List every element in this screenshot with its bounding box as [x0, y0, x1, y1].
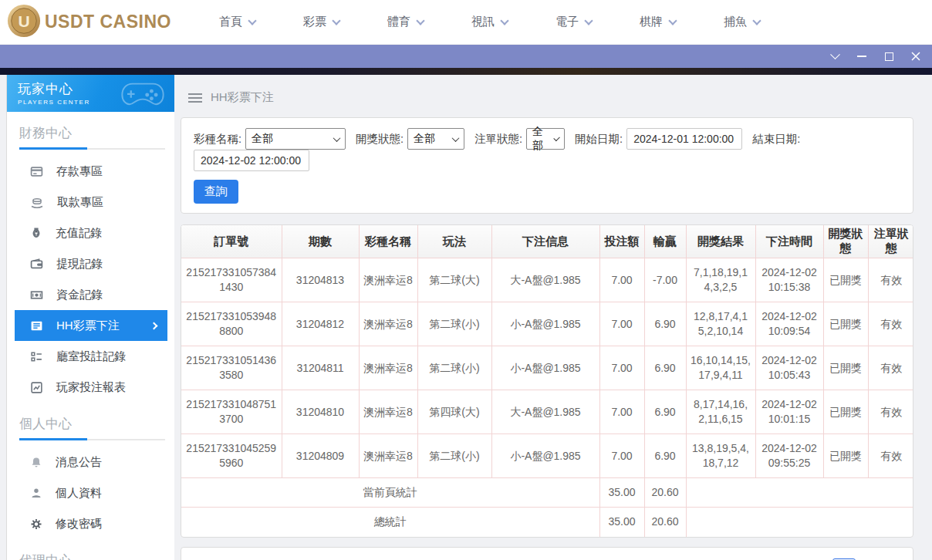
table-row: 2152173310573841430 31204813 澳洲幸运8 第二球(大…	[181, 258, 913, 302]
nav-item-cards[interactable]: 棋牌	[640, 15, 676, 29]
table-header-row: 訂單號 期數 彩種名稱 玩法 下注信息 投注額 輸贏 開獎結果 下注時間 開獎狀…	[181, 225, 913, 258]
chevron-right-icon	[150, 322, 158, 329]
col-order-status: 注單狀態	[868, 225, 913, 258]
total-summary-label: 總統計	[181, 508, 599, 537]
section-personal-center: 個人中心	[7, 403, 174, 433]
bell-icon	[30, 456, 42, 469]
nav-item-sports[interactable]: 體育	[387, 15, 424, 29]
col-win-loss: 輸贏	[644, 225, 686, 258]
list-check-icon	[30, 350, 43, 363]
sidebar-item-withdrawal-record[interactable]: 提現記錄	[7, 248, 174, 279]
start-date-input[interactable]	[626, 128, 742, 150]
table-row: 2152173310452595960 31204809 澳洲幸运8 第二球(小…	[181, 434, 913, 478]
svg-text:U: U	[18, 12, 29, 29]
section-divider	[19, 148, 165, 150]
col-order-id: 訂單號	[181, 225, 282, 258]
page-summary-label: 當前頁統計	[181, 478, 599, 508]
minimize-icon	[857, 56, 866, 57]
chevron-down-icon	[830, 49, 840, 59]
sidebar-item-announcements[interactable]: 消息公告	[7, 447, 174, 477]
banknote-icon	[30, 288, 43, 302]
report-chart-icon	[30, 381, 43, 394]
nav-item-fishing[interactable]: 捕魚	[724, 15, 760, 29]
sidebar-item-recharge-record[interactable]: 充值記錄	[7, 218, 174, 248]
money-bag-icon	[30, 227, 42, 240]
main-content: HH彩票下注 彩種名稱: 全部 開獎狀態: 全部 注單狀態:	[181, 75, 913, 560]
col-draw-result: 開獎結果	[686, 225, 755, 258]
window-minimize-button[interactable]	[856, 51, 867, 62]
end-date-label: 結束日期:	[752, 132, 800, 147]
nav-item-lottery[interactable]: 彩票	[303, 15, 339, 29]
chevron-down-icon	[248, 16, 256, 25]
close-icon	[911, 52, 920, 61]
page-summary-bet-amount: 35.00	[599, 478, 644, 508]
sidebar-item-hh-lottery-bets[interactable]: HH彩票下注	[15, 310, 167, 341]
draw-status-select[interactable]: 全部	[407, 128, 464, 150]
section-agent-center: 代理中心	[7, 539, 174, 560]
maximize-icon	[885, 52, 893, 61]
end-date-input[interactable]	[194, 150, 309, 171]
window-maximize-button[interactable]	[883, 51, 894, 62]
lottery-name-label: 彩種名稱:	[194, 132, 241, 147]
brand-name: USDT CASINO	[45, 12, 171, 32]
sidebar-item-profile[interactable]: 個人資料	[7, 477, 174, 508]
nav-item-live[interactable]: 視訊	[471, 15, 508, 29]
total-summary-row: 總統計 35.00 20.60	[181, 508, 913, 537]
deposit-card-icon	[30, 165, 43, 178]
brand-logo[interactable]: U USDT CASINO	[6, 3, 171, 42]
sidebar-item-change-password[interactable]: 修改密碼	[7, 508, 174, 539]
page-summary-win-loss: 20.60	[644, 478, 686, 508]
nav-item-slots[interactable]: 電子	[555, 15, 592, 29]
sidebar-item-deposit[interactable]: 存款專區	[7, 156, 174, 187]
total-summary-win-loss: 20.60	[644, 508, 686, 537]
lottery-name-select[interactable]: 全部	[245, 128, 346, 150]
chevron-down-icon	[668, 16, 677, 25]
chevron-down-icon	[333, 134, 341, 142]
chevron-down-icon	[752, 16, 761, 25]
pagination-panel: 每頁顯示20條 共5条 首页 上一页 [1] 下一页 第 页 跳转	[181, 547, 913, 560]
players-center-header: 玩家中心 PLAYERS CENTER	[7, 75, 174, 112]
col-draw-status: 開獎狀態	[823, 225, 868, 258]
filter-panel: 彩種名稱: 全部 開獎狀態: 全部 注單狀態: 全部 開始	[181, 117, 913, 214]
col-period: 期數	[282, 225, 359, 258]
page-title: HH彩票下注	[211, 90, 274, 105]
wallet-icon	[30, 258, 43, 271]
table-row: 2152173310539488800 31204812 澳洲幸运8 第二球(小…	[181, 302, 913, 346]
chevron-down-icon	[452, 134, 460, 142]
gear-icon	[30, 518, 42, 531]
bets-table: 訂單號 期數 彩種名稱 玩法 下注信息 投注額 輸贏 開獎結果 下注時間 開獎狀…	[181, 225, 913, 537]
bets-table-panel: 訂單號 期數 彩種名稱 玩法 下注信息 投注額 輸贏 開獎結果 下注時間 開獎狀…	[181, 224, 913, 538]
window-collapse-button[interactable]	[829, 51, 840, 62]
order-status-select[interactable]: 全部	[526, 128, 565, 150]
sidebar-item-player-bet-report[interactable]: 玩家投注報表	[7, 372, 174, 403]
page-summary-row: 當前頁統計 35.00 20.60	[181, 478, 913, 508]
lottery-bet-icon	[30, 319, 43, 332]
col-bet-amount: 投注額	[599, 225, 644, 258]
menu-toggle-icon[interactable]	[188, 93, 202, 103]
nav-item-home[interactable]: 首頁	[219, 15, 255, 29]
sidebar-item-funds-record[interactable]: 資金記錄	[7, 279, 174, 310]
table-row: 2152173310487513700 31204810 澳洲幸运8 第四球(大…	[181, 390, 913, 434]
decorative-banner-strip	[0, 68, 932, 75]
sidebar-item-room-bet-record[interactable]: 廳室投註記錄	[7, 341, 174, 372]
breadcrumb: HH彩票下注	[181, 75, 913, 117]
section-divider	[19, 439, 165, 440]
search-button[interactable]: 查詢	[194, 180, 238, 204]
person-icon	[30, 487, 42, 500]
col-lottery-name: 彩種名稱	[359, 225, 417, 258]
col-play: 玩法	[417, 225, 491, 258]
chevron-down-icon	[332, 16, 340, 25]
window-titlebar	[0, 45, 932, 68]
window-close-button[interactable]	[910, 51, 921, 62]
sidebar-item-withdraw[interactable]: 取款專區	[7, 187, 174, 218]
draw-status-label: 開獎狀態:	[356, 132, 404, 147]
chevron-down-icon	[416, 16, 424, 25]
col-bet-info: 下注信息	[491, 225, 599, 258]
withdraw-hand-icon	[30, 196, 44, 209]
table-row: 2152173310514363580 31204811 澳洲幸运8 第二球(小…	[181, 346, 913, 390]
section-finance-center: 財務中心	[7, 112, 174, 142]
chevron-down-icon	[553, 134, 560, 141]
app-window: U USDT CASINO 首頁 彩票 體育 視訊 電子 棋牌 捕魚 玩家中心	[0, 0, 932, 560]
chevron-down-icon	[584, 16, 593, 25]
total-summary-bet-amount: 35.00	[599, 508, 644, 537]
